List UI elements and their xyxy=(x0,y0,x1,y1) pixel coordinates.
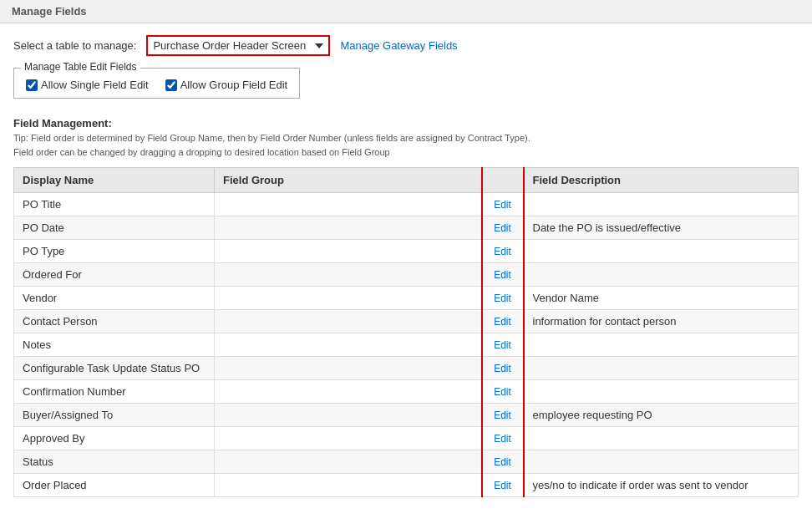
edit-link[interactable]: Edit xyxy=(494,409,511,421)
main-content: Select a table to manage: Purchase Order… xyxy=(0,23,812,509)
manage-table-legend: Manage Table Edit Fields xyxy=(21,61,140,73)
manage-table-box: Manage Table Edit Fields Allow Single Fi… xyxy=(13,68,300,99)
table-row: Ordered ForEdit xyxy=(14,263,799,287)
table-row: StatusEdit xyxy=(14,450,799,474)
col-header-desc: Field Description xyxy=(524,168,799,193)
cell-edit[interactable]: Edit xyxy=(482,357,524,380)
edit-link[interactable]: Edit xyxy=(494,316,511,328)
cell-edit[interactable]: Edit xyxy=(482,404,524,427)
table-row: Confirmation NumberEdit xyxy=(14,380,799,404)
cell-desc xyxy=(524,263,799,287)
table-row: Order PlacedEdityes/no to indicate if or… xyxy=(14,474,799,497)
group-field-edit-text: Allow Group Field Edit xyxy=(180,79,288,91)
cell-edit[interactable]: Edit xyxy=(482,240,524,263)
edit-link[interactable]: Edit xyxy=(494,292,511,304)
edit-link[interactable]: Edit xyxy=(494,339,511,351)
select-label: Select a table to manage: xyxy=(13,39,136,52)
col-header-group: Field Group xyxy=(215,168,482,193)
cell-desc xyxy=(524,380,799,404)
table-row: Approved ByEdit xyxy=(14,427,799,450)
cell-group xyxy=(215,474,482,497)
table-select[interactable]: Purchase Order Header Screen xyxy=(146,35,330,56)
cell-desc xyxy=(524,427,799,450)
cell-display: Ordered For xyxy=(14,263,215,287)
group-field-edit-checkbox[interactable] xyxy=(165,79,177,91)
cell-display: Status xyxy=(14,450,215,474)
cell-edit[interactable]: Edit xyxy=(482,310,524,333)
cell-group xyxy=(215,404,482,427)
cell-group xyxy=(215,450,482,474)
cell-desc: information for contact person xyxy=(524,310,799,333)
cell-desc: Date the PO is issued/effective xyxy=(524,216,799,240)
edit-link[interactable]: Edit xyxy=(494,386,511,398)
single-field-edit-text: Allow Single Field Edit xyxy=(41,79,149,91)
cell-group xyxy=(215,427,482,450)
table-row: PO TypeEdit xyxy=(14,240,799,263)
cell-group xyxy=(215,380,482,404)
edit-link[interactable]: Edit xyxy=(494,222,511,234)
cell-desc xyxy=(524,450,799,474)
single-field-edit-checkbox[interactable] xyxy=(26,79,38,91)
table-header: Display Name Field Group Field Descripti… xyxy=(14,168,799,193)
table-body: PO TitleEditPO DateEditDate the PO is is… xyxy=(14,193,799,497)
col-header-edit xyxy=(482,168,524,193)
cell-desc xyxy=(524,333,799,357)
cell-edit[interactable]: Edit xyxy=(482,380,524,404)
cell-group xyxy=(215,240,482,263)
tip-text: Tip: Field order is determined by Field … xyxy=(13,131,799,159)
edit-link[interactable]: Edit xyxy=(494,269,511,281)
edit-link[interactable]: Edit xyxy=(494,456,511,468)
field-management-section: Field Management: Tip: Field order is de… xyxy=(13,117,799,497)
cell-edit[interactable]: Edit xyxy=(482,474,524,497)
table-row: PO DateEditDate the PO is issued/effecti… xyxy=(14,216,799,240)
cell-display: Vendor xyxy=(14,287,215,310)
cell-group xyxy=(215,333,482,357)
cell-display: Approved By xyxy=(14,427,215,450)
cell-display: PO Title xyxy=(14,193,215,216)
cell-desc xyxy=(524,357,799,380)
group-field-edit-label[interactable]: Allow Group Field Edit xyxy=(165,79,288,91)
table-row: VendorEditVendor Name xyxy=(14,287,799,310)
cell-desc: employee requesting PO xyxy=(524,404,799,427)
table-row: NotesEdit xyxy=(14,333,799,357)
tip-line1: Tip: Field order is determined by Field … xyxy=(13,133,530,143)
tip-line2: Field order can be changed by dragging a… xyxy=(13,147,390,157)
cell-display: Notes xyxy=(14,333,215,357)
edit-link[interactable]: Edit xyxy=(494,363,511,374)
single-field-edit-label[interactable]: Allow Single Field Edit xyxy=(26,79,149,91)
cell-display: Confirmation Number xyxy=(14,380,215,404)
table-row: Contact PersonEditinformation for contac… xyxy=(14,310,799,333)
manage-gateway-link[interactable]: Manage Gateway Fields xyxy=(340,39,457,52)
cell-display: PO Date xyxy=(14,216,215,240)
edit-link[interactable]: Edit xyxy=(494,433,511,445)
cell-desc: yes/no to indicate if order was sent to … xyxy=(524,474,799,497)
cell-desc: Vendor Name xyxy=(524,287,799,310)
cell-display: Order Placed xyxy=(14,474,215,497)
cell-edit[interactable]: Edit xyxy=(482,193,524,216)
cell-group xyxy=(215,216,482,240)
cell-edit[interactable]: Edit xyxy=(482,287,524,310)
cell-group xyxy=(215,357,482,380)
col-header-display: Display Name xyxy=(14,168,215,193)
cell-edit[interactable]: Edit xyxy=(482,216,524,240)
cell-desc xyxy=(524,193,799,216)
edit-link[interactable]: Edit xyxy=(494,246,511,257)
cell-edit[interactable]: Edit xyxy=(482,333,524,357)
edit-link[interactable]: Edit xyxy=(494,199,511,211)
cell-group xyxy=(215,310,482,333)
field-management-title: Field Management: xyxy=(13,117,799,130)
table-row: Buyer/Assigned ToEditemployee requesting… xyxy=(14,404,799,427)
cell-group xyxy=(215,287,482,310)
cell-display: Configurable Task Update Status PO xyxy=(14,357,215,380)
edit-link[interactable]: Edit xyxy=(494,480,511,491)
cell-edit[interactable]: Edit xyxy=(482,263,524,287)
cell-desc xyxy=(524,240,799,263)
page-title: Manage Fields xyxy=(12,5,87,18)
select-row: Select a table to manage: Purchase Order… xyxy=(13,35,799,56)
cell-group xyxy=(215,193,482,216)
cell-display: Buyer/Assigned To xyxy=(14,404,215,427)
field-table: Display Name Field Group Field Descripti… xyxy=(13,167,799,497)
cell-display: PO Type xyxy=(14,240,215,263)
cell-edit[interactable]: Edit xyxy=(482,450,524,474)
cell-edit[interactable]: Edit xyxy=(482,427,524,450)
